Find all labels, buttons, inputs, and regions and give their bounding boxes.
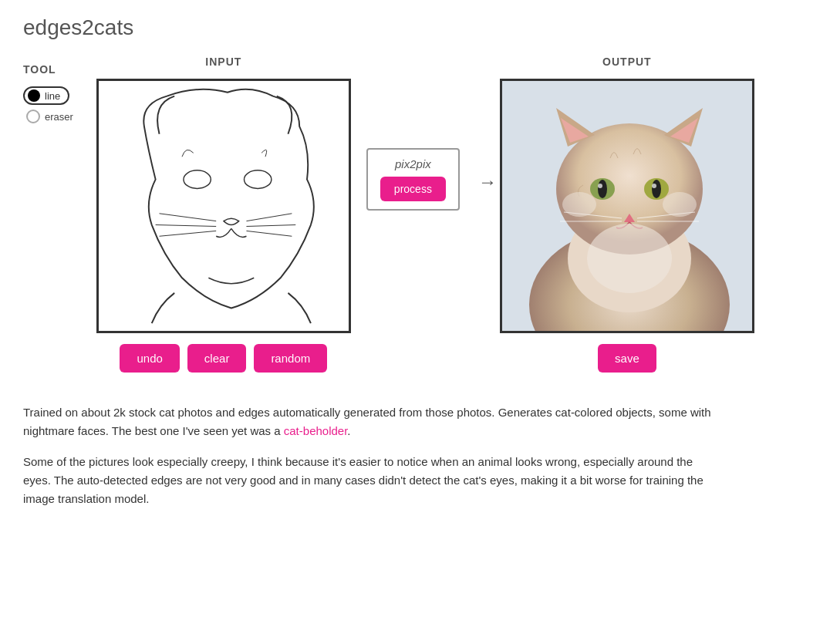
- input-label: INPUT: [205, 56, 241, 68]
- eraser-label: eraser: [45, 111, 73, 123]
- description-text-1: Trained on about 2k stock cat photos and…: [23, 406, 711, 437]
- process-button[interactable]: process: [380, 177, 446, 201]
- description-section: Trained on about 2k stock cat photos and…: [23, 403, 717, 508]
- clear-button[interactable]: clear: [187, 344, 247, 373]
- description-paragraph-1: Trained on about 2k stock cat photos and…: [23, 403, 717, 440]
- svg-line-4: [159, 231, 216, 236]
- output-section: OUTPUT: [500, 56, 754, 373]
- pix2pix-section: pix2pix process: [366, 56, 460, 211]
- cat-beholder-link[interactable]: cat-beholder: [284, 424, 348, 437]
- svg-line-2: [159, 214, 216, 221]
- svg-point-28: [663, 192, 697, 217]
- pix2pix-box: pix2pix process: [366, 148, 460, 211]
- svg-point-17: [598, 180, 607, 198]
- line-radio[interactable]: line: [23, 86, 69, 105]
- svg-point-29: [587, 224, 672, 293]
- canvas-buttons: undo clear random: [120, 344, 327, 373]
- svg-line-3: [155, 225, 216, 227]
- random-button[interactable]: random: [254, 344, 327, 373]
- svg-line-7: [246, 231, 292, 236]
- arrow-right-icon: →: [475, 56, 500, 193]
- svg-line-5: [246, 214, 292, 221]
- line-label: line: [45, 90, 60, 102]
- input-section: INPUT: [96, 56, 351, 373]
- eraser-radio[interactable]: [26, 110, 40, 123]
- svg-point-27: [562, 192, 596, 217]
- svg-point-20: [652, 180, 661, 198]
- svg-point-0: [184, 170, 211, 189]
- svg-point-1: [244, 170, 271, 189]
- tool-section: TOOL line eraser: [23, 56, 73, 123]
- svg-point-18: [598, 184, 602, 188]
- svg-line-6: [246, 225, 295, 227]
- save-button[interactable]: save: [598, 344, 656, 373]
- page-title: edges2cats: [23, 15, 807, 40]
- svg-point-21: [652, 184, 656, 188]
- undo-button[interactable]: undo: [120, 344, 179, 373]
- drawing-canvas[interactable]: [96, 79, 351, 333]
- output-label: OUTPUT: [602, 56, 652, 68]
- line-dot: [28, 89, 40, 102]
- tool-label: TOOL: [23, 63, 56, 76]
- description-text-end: .: [347, 424, 350, 437]
- output-buttons: save: [598, 344, 656, 373]
- eraser-tool-option[interactable]: eraser: [26, 110, 73, 123]
- line-tool-option[interactable]: line: [23, 86, 69, 105]
- output-image: [500, 79, 754, 333]
- pix2pix-title: pix2pix: [395, 157, 431, 170]
- description-paragraph-2: Some of the pictures look especially cre…: [23, 453, 717, 508]
